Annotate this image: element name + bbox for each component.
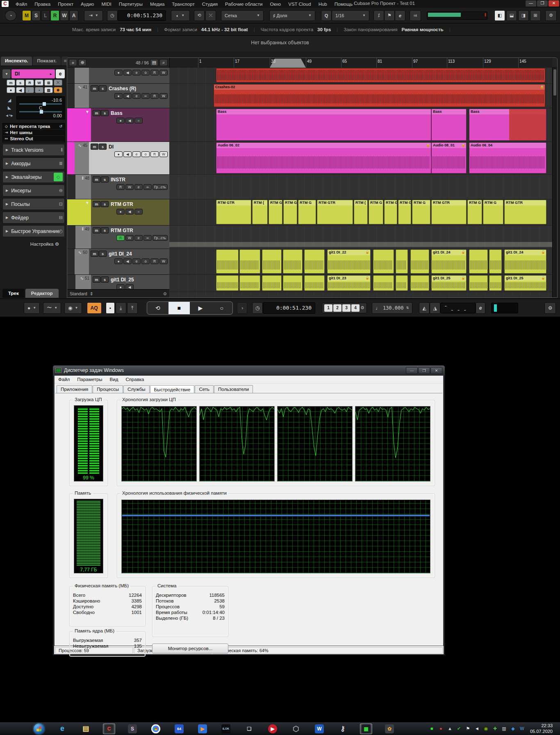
global-s-button[interactable]: S [32,10,41,21]
menu-item-MIDI[interactable]: MIDI [98,1,115,7]
midi-record-dropdown[interactable]: ◉▼ [64,302,82,314]
global-w-button[interactable]: W [60,10,69,21]
record-mode-dropdown[interactable]: ●▼ [24,302,40,314]
lower-zone-toggle[interactable]: ⬓ [506,10,517,21]
tab-Процессы[interactable]: Процессы [93,385,123,393]
track-control-W[interactable]: W [159,93,168,99]
track-control-=[interactable]: = [134,209,143,215]
steinberg-app-icon[interactable]: S [126,724,139,734]
internet-explorer-icon[interactable]: e [56,724,68,734]
track-control-∞[interactable]: ∞ [141,93,150,99]
track-control-◀[interactable]: ◀ [123,93,132,99]
clip-Bass[interactable]: Bass [469,109,546,141]
chrome-icon[interactable] [150,724,162,734]
marker-button-2[interactable]: 2 [333,304,341,312]
track-control-W[interactable]: W [159,70,168,75]
clip-RTM ([interactable]: RTM ( [354,200,368,224]
track-control-e[interactable]: e [132,70,141,75]
menu-item-Hub[interactable]: Hub [315,1,331,7]
lane-di[interactable]: Audio 06_02🔒Audio 08_01🔒Audio 06_04 [169,142,552,175]
usb-device-icon[interactable]: ✚ [492,726,498,731]
keys-icon[interactable]: ⚷ [337,724,349,734]
clock-icon[interactable]: ◷ [107,10,118,21]
track-control-◀[interactable]: ◀ [125,209,134,215]
clip[interactable] [396,275,408,291]
volume-value[interactable]: -10.6 [19,98,62,103]
inspector-settings[interactable]: Настройка ⚙ [1,241,66,247]
clip-git1 DI_25[interactable]: git1 DI_25🔒 [431,275,467,291]
track-control-e[interactable]: e [134,235,143,241]
gear-icon[interactable]: ⚙ [163,291,167,296]
track-control-o[interactable]: o [141,70,150,75]
musical-mode-icon[interactable]: ♩ [25,87,34,93]
marker-gear-icon[interactable]: ⚙ [360,305,364,310]
track-list-icon[interactable]: ▤ [150,59,158,66]
clip-RTM G[interactable]: RTM G [384,200,397,224]
clip-Audio 06_04[interactable]: Audio 06_04 [469,142,546,173]
auto-punch-button[interactable]: ⇥▼ [84,10,103,21]
track-picture-dropdown[interactable]: ▼ [2,69,11,78]
maximize-icon[interactable]: ❐ [537,0,548,7]
track-row-bass-folder[interactable]: ▼msBass●◀= [67,108,169,142]
track-control-W[interactable]: W [159,151,168,157]
clip[interactable] [489,249,502,274]
play-button[interactable]: ▶ [190,302,211,314]
toolbar-gear-icon[interactable]: ⚙ [545,10,557,21]
grid-type-dropdown[interactable]: ♯ Доля▼ [269,10,315,21]
solo-button[interactable]: s [99,85,107,91]
minimize-icon[interactable]: — [526,0,536,7]
solo-button[interactable]: s [101,176,109,183]
track-control-Гр...сть[interactable]: Гр...сть [153,184,168,190]
clip-Bass[interactable]: Bass [216,109,431,141]
clip[interactable] [489,275,502,291]
tab-Пользователи[interactable]: Пользователи [214,385,253,393]
track-row-git50[interactable]: ∿50msgit1 DI_24●◀eoRW [67,249,169,275]
track-control-W[interactable]: W [125,235,134,241]
hexagon-wave-icon[interactable]: ⬡ [290,724,302,734]
transport-clock-icon[interactable]: ◷ [252,302,263,314]
expand-icon[interactable]: ⇕ [90,291,93,296]
track-control-R[interactable]: R [150,70,159,75]
clip-RTM G[interactable]: RTM G [298,200,316,224]
solo-button[interactable]: s [101,110,109,116]
iterative-quantize-icon[interactable]: ⁒ [373,10,384,21]
align-icon[interactable]: ⫤ [410,10,421,21]
clip-RTM G[interactable]: RTM G [483,200,503,224]
use-track-preset-button[interactable]: ⊕ [78,59,87,66]
inspector-section-1[interactable]: ▶Аккорды≣ [2,158,65,169]
clip-git1 DI_25[interactable]: git1 DI_25🔒 [504,275,546,291]
auto-quantize-button[interactable]: AQ [87,302,102,314]
clip-RTM GTR[interactable]: RTM GTR [317,200,353,224]
close-icon[interactable]: ✕ [430,367,442,374]
track-control-◀[interactable]: ◀ [123,70,132,75]
clip[interactable] [469,249,488,274]
arrangement-area[interactable]: Crashes-02🔒BassBassBassAudio 06_02🔒Audio… [169,68,552,297]
solo-button[interactable]: s [99,251,107,257]
clip[interactable] [469,275,488,291]
tm-menu-Файл[interactable]: Файл [55,376,73,383]
clip[interactable] [373,249,394,274]
start-button[interactable] [33,724,45,734]
lane-rtm49[interactable] [169,226,552,249]
clip[interactable] [216,68,545,82]
quantize-panel-icon[interactable]: e [395,10,405,21]
clip[interactable] [410,249,429,274]
transport-gear-icon[interactable]: ⚙ [544,302,556,314]
track-row-instr[interactable]: ⦀48msINSTRRWe∞Гр...сть [67,175,169,199]
clip[interactable] [410,275,429,291]
clip-RTM G[interactable]: RTM G [412,200,430,224]
channel-config-icon[interactable]: ⊞ [44,80,53,86]
ilok-icon[interactable]: iLOK [220,724,232,734]
vertical-scrollbar[interactable] [552,68,557,297]
track-control-Гр...сть[interactable]: Гр...сть [153,235,168,241]
tab-Приложения[interactable]: Приложения [57,385,92,393]
mute-button[interactable]: m [93,227,100,233]
global-m-button[interactable]: M [22,10,31,21]
track-control-e[interactable]: e [132,151,141,157]
menu-item-Проект[interactable]: Проект [54,1,77,7]
clip-Audio 08_01[interactable]: Audio 08_01🔒 [431,142,467,173]
quantize-icon[interactable]: Q [321,10,332,21]
global-a-button[interactable]: A [69,10,78,21]
track-row-di[interactable]: ∿45msDI●◀eoRW [67,142,169,175]
track-control-R[interactable]: R [116,184,125,190]
